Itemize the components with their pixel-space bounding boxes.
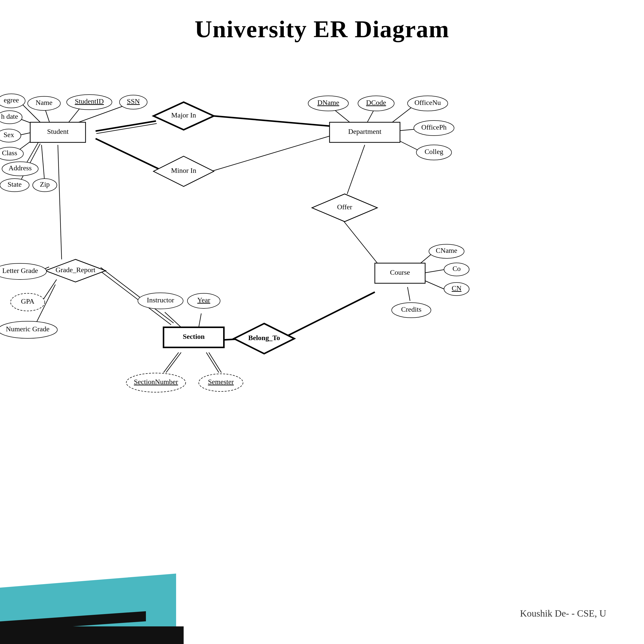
rel-minorin-label: Minor In [171, 167, 196, 174]
attr-lettergrade-label: Letter Grade [2, 267, 38, 274]
attr-cn-label: CN [452, 284, 462, 292]
attr-numericgrade-label: Numeric Grade [6, 325, 49, 333]
attr-semester-label: Semester [208, 378, 234, 386]
attr-dname-label: DName [317, 99, 339, 106]
attr-dcode-label: DCode [366, 99, 386, 106]
attr-credits-label: Credits [401, 305, 422, 313]
line-section-instructor [165, 312, 181, 327]
attr-name-label: Name [36, 99, 53, 106]
line-majorin-dept [214, 116, 330, 126]
line-course-credits [408, 287, 410, 301]
line-section-secnum2 [166, 352, 181, 373]
line-course-co [423, 269, 445, 273]
line-student-majorin2 [96, 124, 157, 134]
attr-address-label: Address [9, 164, 32, 172]
line-section-semester2 [209, 352, 221, 373]
attr-instructor-label: Instructor [147, 296, 175, 304]
line-belongto-course [282, 292, 375, 339]
line-course-cn [422, 279, 445, 290]
entity-student-label: Student [47, 128, 69, 135]
rel-offer-label: Offer [337, 203, 352, 211]
line-offer-course [340, 216, 377, 263]
line-student-gradereport [58, 145, 62, 259]
line-student-majorin [96, 121, 156, 131]
bottom-strip [0, 563, 644, 644]
attr-ssn-label: SSN [127, 97, 140, 105]
attr-zip-label: Zip [40, 180, 50, 188]
line-section-year [199, 313, 201, 327]
entity-section-label: Section [183, 333, 205, 340]
attr-gpa-label: GPA [21, 297, 34, 305]
attr-officenu-label: OfficeNu [414, 99, 441, 106]
entity-department-label: Department [348, 128, 381, 135]
attr-officeph-label: OfficePh [421, 123, 447, 131]
rel-gradereport-label: Grade_Report [56, 266, 96, 274]
attr-college-label: Colleg [425, 148, 444, 155]
er-diagram-svg: Student Department Course Section Major … [0, 48, 644, 526]
page-title: University ER Diagram [0, 0, 644, 48]
line-section-semester1 [206, 352, 219, 373]
attr-degree-label: egree [4, 96, 19, 104]
attr-birthdate-label: h date [1, 112, 18, 120]
attr-co-label: Co [453, 265, 461, 272]
entity-course-label: Course [390, 268, 410, 276]
line-dept-offer [347, 145, 365, 194]
attr-sectionnumber-label: SectionNumber [134, 378, 178, 386]
diagram-area: Student Department Course Section Major … [0, 48, 644, 526]
attr-state-label: State [8, 180, 22, 188]
attr-year-label: Year [197, 296, 210, 304]
line-minorin-dept [211, 136, 330, 171]
line-student-zip [42, 145, 45, 184]
line-section-secnum1 [164, 352, 179, 373]
attr-class-label: Class [2, 149, 17, 157]
attr-cname-label: CName [436, 247, 457, 254]
attr-studentid-label: StudentID [75, 97, 104, 105]
attr-sex-label: Sex [4, 131, 14, 139]
line-student-minorin [96, 139, 158, 169]
footer-attribution: Koushik De- - CSE, U [520, 608, 606, 619]
rel-majorin-label: Major In [171, 111, 196, 119]
rel-belongto-label: Belong_To [248, 334, 280, 342]
